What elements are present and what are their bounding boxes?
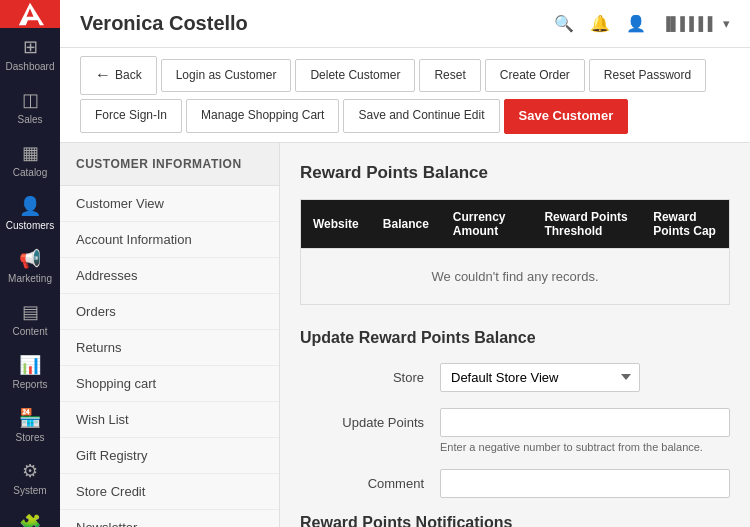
comment-input[interactable] (440, 469, 730, 498)
create-order-button[interactable]: Create Order (485, 59, 585, 93)
nav-item-wish-list[interactable]: Wish List (60, 402, 279, 438)
nav-item-newsletter[interactable]: Newsletter (60, 510, 279, 527)
back-button[interactable]: ← Back (80, 56, 157, 95)
manage-shopping-cart-button[interactable]: Manage Shopping Cart (186, 99, 339, 133)
sidebar-item-label: System (13, 485, 46, 497)
comment-row: Comment (300, 469, 730, 498)
comment-label: Comment (300, 469, 440, 491)
nav-item-gift-registry[interactable]: Gift Registry (60, 438, 279, 474)
reports-icon: 📊 (19, 354, 41, 376)
user-menu[interactable]: ▐▌▌▌▌▌ ▾ (662, 16, 730, 31)
bell-icon[interactable]: 🔔 (590, 14, 610, 33)
nav-item-returns[interactable]: Returns (60, 330, 279, 366)
user-name-display: ▐▌▌▌▌▌ (662, 16, 717, 31)
store-control: Default Store View (440, 363, 730, 392)
delete-customer-button[interactable]: Delete Customer (295, 59, 415, 93)
comment-control (440, 469, 730, 498)
update-points-input[interactable] (440, 408, 730, 437)
back-label: Back (115, 68, 142, 84)
logo-icon (16, 0, 44, 28)
sidebar-item-reports[interactable]: 📊 Reports (0, 346, 60, 399)
sales-icon: ◫ (22, 89, 39, 111)
nav-item-orders[interactable]: Orders (60, 294, 279, 330)
empty-message: We couldn't find any records. (301, 248, 730, 304)
sidebar-item-content[interactable]: ▤ Content (0, 293, 60, 346)
extensions-icon: 🧩 (19, 513, 41, 527)
nav-item-account-information[interactable]: Account Information (60, 222, 279, 258)
catalog-icon: ▦ (22, 142, 39, 164)
nav-item-customer-view[interactable]: Customer View (60, 186, 279, 222)
sidebar-item-extensions[interactable]: 🧩 Find Partners & Extensions (0, 505, 60, 527)
sidebar-item-system[interactable]: ⚙ System (0, 452, 60, 505)
reset-password-button[interactable]: Reset Password (589, 59, 706, 93)
header-icons: 🔍 🔔 👤 ▐▌▌▌▌▌ ▾ (554, 14, 730, 33)
user-menu-arrow: ▾ (723, 16, 730, 31)
content-area: CUSTOMER INFORMATION Customer View Accou… (60, 143, 750, 527)
system-icon: ⚙ (22, 460, 38, 482)
sidebar-item-sales[interactable]: ◫ Sales (0, 81, 60, 134)
col-website: Website (301, 199, 371, 248)
update-section-title: Update Reward Points Balance (300, 329, 730, 347)
nav-item-store-credit[interactable]: Store Credit (60, 474, 279, 510)
reset-button[interactable]: Reset (419, 59, 480, 93)
sidebar-item-label: Sales (17, 114, 42, 126)
col-cap: Reward Points Cap (641, 199, 729, 248)
sidebar-item-label: Dashboard (6, 61, 55, 73)
empty-row: We couldn't find any records. (301, 248, 730, 304)
main-panel: Reward Points Balance Website Balance Cu… (280, 143, 750, 527)
col-currency-amount: Currency Amount (441, 199, 533, 248)
sidebar-item-label: Reports (12, 379, 47, 391)
marketing-icon: 📢 (19, 248, 41, 270)
sidebar-item-label: Stores (16, 432, 45, 444)
left-nav: CUSTOMER INFORMATION Customer View Accou… (60, 143, 280, 527)
update-points-label: Update Points (300, 408, 440, 430)
sidebar-logo (0, 0, 60, 28)
page-title: Veronica Costello (80, 12, 248, 35)
search-icon[interactable]: 🔍 (554, 14, 574, 33)
user-icon[interactable]: 👤 (626, 14, 646, 33)
sidebar-item-stores[interactable]: 🏪 Stores (0, 399, 60, 452)
back-arrow-icon: ← (95, 65, 111, 86)
sidebar-item-catalog[interactable]: ▦ Catalog (0, 134, 60, 187)
customers-icon: 👤 (19, 195, 41, 217)
sidebar-item-customers[interactable]: 👤 Customers (0, 187, 60, 240)
col-balance: Balance (371, 199, 441, 248)
main-area: Veronica Costello 🔍 🔔 👤 ▐▌▌▌▌▌ ▾ ← Back … (60, 0, 750, 527)
login-as-customer-button[interactable]: Login as Customer (161, 59, 292, 93)
dashboard-icon: ⊞ (23, 36, 38, 58)
update-points-control: Enter a negative number to subtract from… (440, 408, 730, 453)
force-sign-in-button[interactable]: Force Sign-In (80, 99, 182, 133)
sidebar-item-marketing[interactable]: 📢 Marketing (0, 240, 60, 293)
top-header: Veronica Costello 🔍 🔔 👤 ▐▌▌▌▌▌ ▾ (60, 0, 750, 48)
content-icon: ▤ (22, 301, 39, 323)
update-points-hint: Enter a negative number to subtract from… (440, 441, 730, 453)
toolbar: ← Back Login as Customer Delete Customer… (60, 48, 750, 143)
store-row: Store Default Store View (300, 363, 730, 392)
save-customer-button[interactable]: Save Customer (504, 99, 629, 134)
notifications-title: Reward Points Notifications (300, 514, 730, 527)
sidebar: ⊞ Dashboard ◫ Sales ▦ Catalog 👤 Customer… (0, 0, 60, 527)
store-select[interactable]: Default Store View (440, 363, 640, 392)
nav-item-shopping-cart[interactable]: Shopping cart (60, 366, 279, 402)
sidebar-item-label: Content (12, 326, 47, 338)
sidebar-item-label: Customers (6, 220, 54, 232)
store-label: Store (300, 363, 440, 385)
save-continue-edit-button[interactable]: Save and Continue Edit (343, 99, 499, 133)
update-points-row: Update Points Enter a negative number to… (300, 408, 730, 453)
reward-points-table: Website Balance Currency Amount Reward P… (300, 199, 730, 305)
reward-points-title: Reward Points Balance (300, 163, 730, 183)
sidebar-item-label: Catalog (13, 167, 47, 179)
left-nav-header: CUSTOMER INFORMATION (60, 143, 279, 186)
col-threshold: Reward Points Threshold (532, 199, 641, 248)
stores-icon: 🏪 (19, 407, 41, 429)
sidebar-item-dashboard[interactable]: ⊞ Dashboard (0, 28, 60, 81)
nav-item-addresses[interactable]: Addresses (60, 258, 279, 294)
sidebar-item-label: Marketing (8, 273, 52, 285)
